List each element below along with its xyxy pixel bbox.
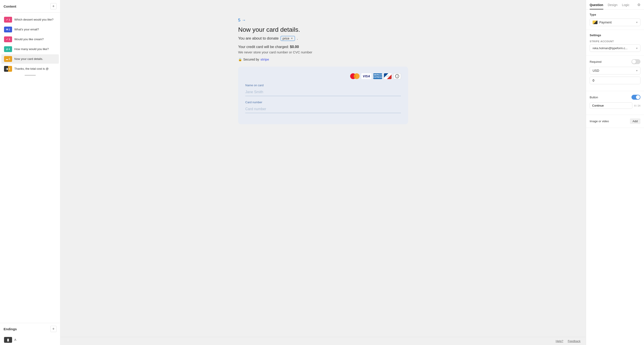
image-video-row: Image or video Add (590, 118, 640, 124)
payment-type-icon (592, 20, 598, 24)
required-section: Required USD ▾ (586, 56, 644, 91)
item-num-4: 4 (8, 48, 10, 50)
required-toggle[interactable] (632, 59, 640, 64)
add-ending-button[interactable]: + (50, 326, 56, 332)
badge-5: ▬ 5 (4, 56, 12, 62)
badge-icon-5: ▬ (6, 58, 8, 60)
content-label: Content (4, 4, 16, 8)
sidebar-ending-item-a[interactable]: ▐▌ A (1, 335, 59, 345)
add-content-button[interactable]: + (50, 3, 56, 9)
image-video-label: Image or video (590, 120, 609, 123)
stripe-account-dropdown[interactable]: reka.holman@typeform.c... ▾ (590, 44, 640, 52)
card-number-label: Card number (245, 100, 401, 104)
secured-label: Secured by (243, 58, 259, 61)
card-logos: VISA AMERICANEXPRESS JCB (245, 73, 401, 79)
item-num-2: 2 (9, 28, 10, 31)
currency-value: USD (592, 69, 599, 72)
badge-ending: ▐▌ (4, 337, 12, 343)
item-num-6: 6 (9, 67, 10, 70)
charge-amount: $0.00 (290, 45, 299, 49)
type-dropdown[interactable]: Payment ▾ (590, 18, 640, 26)
currency-arrow: ▾ (636, 69, 638, 72)
badge-icon-6: ◑ (6, 67, 8, 70)
question-container: 5 → Now your card details. You are about… (238, 9, 408, 328)
sidebar-header: Content + (0, 0, 60, 13)
type-section: Type Payment ▾ (586, 9, 644, 30)
subtitle-pre: You are about to donate (238, 36, 278, 40)
type-label: Type (590, 13, 640, 16)
visa-logo: VISA (361, 73, 372, 79)
question-num: 5 (238, 18, 240, 22)
endings-header: Endings + (0, 323, 60, 335)
badge-1: ✓ 1 (4, 17, 12, 22)
button-label: Button (590, 96, 598, 99)
continue-input[interactable] (590, 102, 632, 109)
badge-icon-2: ✉ (6, 28, 8, 31)
item-text-4: How many would you like? (14, 47, 49, 51)
lock-icon: 🔒 (238, 58, 242, 61)
stripe-account-value: reka.holman@typeform.c... (592, 46, 628, 50)
stripe-account-arrow: ▾ (636, 47, 638, 50)
charge-text: Your credit card will be charged: $0.00 (238, 45, 408, 49)
item-num-1: 1 (9, 18, 10, 21)
item-num-5: 5 (9, 58, 10, 60)
sidebar-item-3[interactable]: ✓ 3 Would you like cream? (1, 35, 59, 44)
stripe-account-label: STRIPE ACCOUNT (590, 40, 640, 43)
jcb-logo: JCB (384, 73, 392, 79)
item-num-3: 3 (9, 38, 10, 41)
mc-circle-right (354, 73, 360, 79)
amex-logo: AMERICANEXPRESS (373, 73, 382, 79)
char-count: 8 / 24 (634, 104, 640, 107)
sidebar-items-list: ✓ 1 Which dessert would you like? ✉ 2 Wh… (0, 13, 60, 323)
name-on-card-field: Name on card (245, 84, 401, 100)
item-text-1: Which dessert would you like? (14, 18, 54, 22)
sidebar-item-5[interactable]: ▬ 5 Now your card details. (1, 54, 59, 64)
toggle-thumb (632, 60, 636, 64)
currency-dropdown[interactable]: USD ▾ (590, 67, 640, 74)
gear-icon[interactable]: ⚙ (637, 0, 640, 9)
badge-6: ◑ 6 (4, 66, 12, 72)
price-tag-close[interactable]: ✕ (291, 37, 293, 40)
question-arrow: → (242, 18, 246, 22)
help-link[interactable]: Help? (556, 340, 563, 343)
tab-design[interactable]: Design (608, 0, 618, 9)
payment-card-area: VISA AMERICANEXPRESS JCB (238, 67, 408, 124)
settings-section: Settings STRIPE ACCOUNT reka.holman@type… (586, 30, 644, 56)
sidebar-item-1[interactable]: ✓ 1 Which dessert would you like? (1, 15, 59, 24)
required-label: Required (590, 60, 602, 63)
item-text-2: What's your email? (14, 28, 39, 31)
sidebar-item-2[interactable]: ✉ 2 What's your email? (1, 25, 59, 34)
ending-item-label: A (14, 338, 16, 342)
diners-logo (393, 73, 401, 79)
question-subtitle: You are about to donate price ✕ . (238, 36, 408, 41)
button-toggle[interactable] (632, 95, 640, 100)
charge-info: Your credit card will be charged: $0.00 … (238, 45, 408, 61)
button-section: Button 8 / 24 (586, 91, 644, 115)
sidebar-item-6[interactable]: ◑ 6 Thanks, the total cost is @ (1, 64, 59, 73)
tab-question[interactable]: Question (590, 0, 603, 9)
sidebar-endings: Endings + ▐▌ A (0, 323, 60, 345)
badge-icon-1: ✓ (6, 18, 8, 21)
badge-4: # 4 (4, 46, 12, 52)
feedback-link[interactable]: Feedback (568, 340, 580, 343)
name-input[interactable] (245, 88, 401, 96)
add-media-button[interactable]: Add (630, 118, 640, 124)
amount-input[interactable] (590, 77, 640, 84)
card-number-field: Card number (245, 100, 401, 117)
main-area: 5 → Now your card details. You are about… (60, 0, 586, 345)
button-row: Button (590, 95, 640, 100)
item-text-3: Would you like cream? (14, 37, 44, 41)
panel-tabs: Question Design Logic ⚙ (586, 0, 644, 9)
secured-by: 🔒 Secured by stripe (238, 58, 408, 61)
main-footer: Help? Feedback (60, 337, 586, 345)
sidebar-item-4[interactable]: # 4 How many would you like? (1, 44, 59, 54)
endings-title: Endings (4, 327, 17, 331)
scroll-indicator (0, 74, 60, 77)
name-label: Name on card (245, 84, 401, 87)
badge-icon-4: # (6, 48, 8, 51)
right-panel: Question Design Logic ⚙ Type Payment ▾ S… (586, 0, 644, 345)
card-number-input[interactable] (245, 105, 401, 113)
stripe-label: stripe (260, 58, 269, 61)
tab-logic[interactable]: Logic (622, 0, 629, 9)
type-value: Payment (599, 20, 612, 24)
